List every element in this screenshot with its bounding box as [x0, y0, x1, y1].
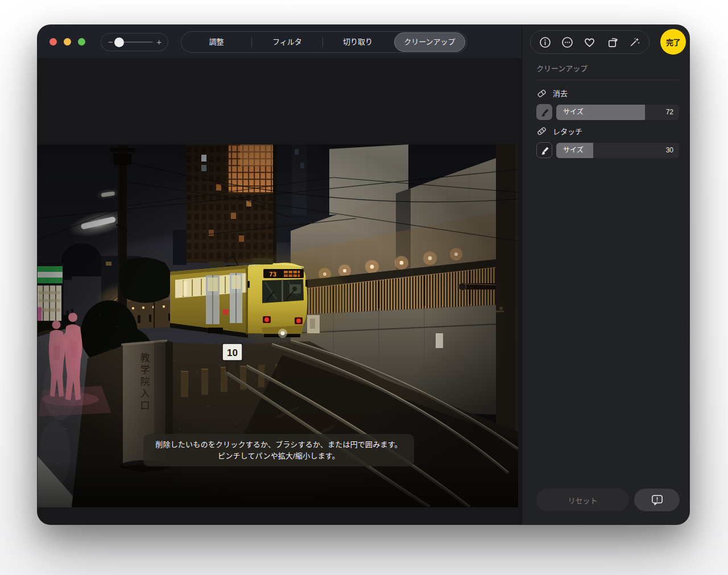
more-button[interactable]: [559, 34, 576, 51]
tab-cleanup[interactable]: クリーンアップ: [394, 32, 465, 52]
erase-size-slider[interactable]: サイズ 72: [556, 105, 679, 120]
cleanup-instruction-tip: 削除したいものをクリックするか、ブラシするか、または円で囲みます。 ピンチしてパ…: [143, 434, 414, 466]
feedback-bubble-icon: [651, 494, 664, 507]
retouch-size-value: 30: [666, 143, 673, 158]
bandage-icon: [536, 126, 547, 136]
traffic-lights: [49, 38, 85, 45]
retouch-size-slider[interactable]: サイズ 30: [556, 143, 679, 158]
retouch-section-header: レタッチ: [536, 126, 582, 136]
image-zoom-slider[interactable]: − +: [101, 33, 168, 51]
zoom-slider-track[interactable]: [123, 42, 153, 43]
bottom-shade: [38, 460, 518, 507]
tab-filters[interactable]: フィルタ: [252, 32, 322, 52]
tip-line-1: 削除したいものをクリックするか、ブラシするか、または円で囲みます。: [143, 439, 414, 450]
tab-crop[interactable]: 切り取り: [323, 32, 393, 52]
panel-title: クリーンアップ: [536, 63, 588, 73]
erase-size-value: 72: [666, 105, 673, 120]
erase-section-header: 消去: [536, 88, 568, 98]
feedback-button[interactable]: [634, 489, 680, 511]
rotate-icon: [606, 36, 618, 48]
retouch-label: レタッチ: [553, 126, 582, 136]
auto-enhance-wand-icon: [628, 36, 640, 48]
tab-adjust[interactable]: 調整: [181, 32, 251, 52]
heart-icon: [584, 36, 595, 48]
info-icon: [539, 36, 551, 48]
minimize-button[interactable]: [64, 38, 71, 45]
favorite-button[interactable]: [581, 34, 598, 51]
edit-toolbar: − + 調整 フィルタ 切り取り クリーンアップ: [38, 25, 522, 58]
zoom-in-icon[interactable]: +: [156, 34, 162, 51]
done-button[interactable]: 完了: [660, 29, 686, 55]
photo-action-bar: [530, 30, 650, 54]
photos-edit-window: − + 調整 フィルタ 切り取り クリーンアップ: [37, 24, 690, 525]
panel-divider: [536, 80, 679, 80]
cleanup-sidebar: 完了 クリーンアップ 消去 サイズ 72: [522, 25, 690, 525]
zoom-out-icon[interactable]: −: [108, 34, 113, 51]
close-button[interactable]: [49, 38, 57, 45]
retouch-size-label: サイズ: [563, 143, 584, 158]
more-icon: [561, 36, 573, 48]
auto-enhance-button[interactable]: [626, 34, 643, 51]
zoom-slider-knob[interactable]: [114, 38, 124, 47]
rotate-button[interactable]: [603, 34, 621, 51]
erase-size-label: サイズ: [563, 105, 584, 120]
erase-label: 消去: [553, 88, 568, 98]
erase-controls: サイズ 72: [536, 104, 679, 120]
tip-line-2: ピンチしてパンや拡大/縮小します。: [143, 450, 414, 462]
reset-button[interactable]: リセット: [536, 489, 629, 511]
eraser-icon: [536, 88, 547, 98]
edit-mode-tabs: 調整 フィルタ 切り取り クリーンアップ: [181, 31, 467, 53]
brush-icon: [540, 107, 549, 117]
retouch-controls: サイズ 30: [536, 142, 679, 158]
brush-icon: [540, 146, 549, 155]
zoom-window-button[interactable]: [78, 38, 85, 45]
retouch-brush-button[interactable]: [536, 142, 552, 158]
info-button[interactable]: [537, 34, 554, 51]
erase-brush-button[interactable]: [536, 104, 552, 120]
